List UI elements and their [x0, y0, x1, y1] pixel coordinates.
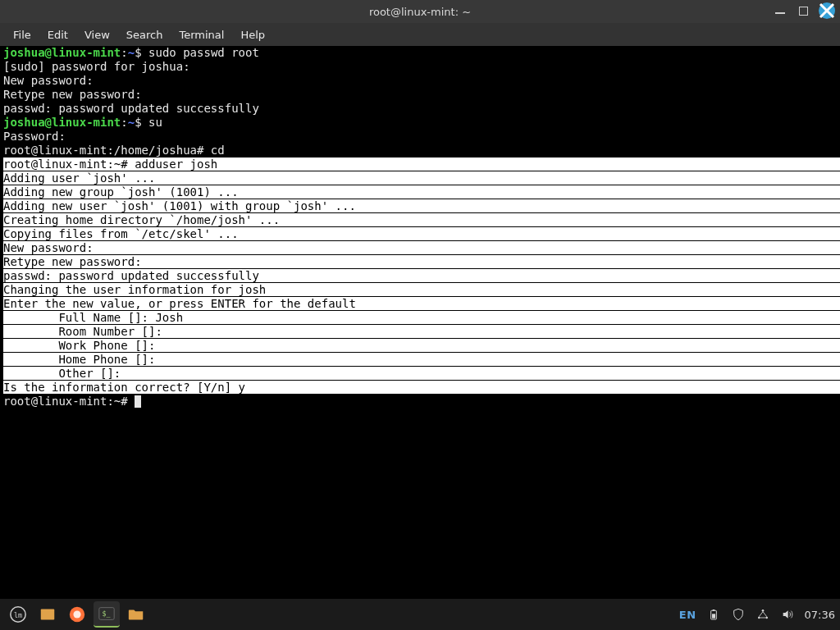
svg-rect-8 — [712, 609, 714, 610]
terminal-line: Full Name []: Josh — [3, 311, 840, 324]
terminal-line: [sudo] password for joshua: — [3, 60, 190, 73]
prompt-dollar: $ — [135, 46, 148, 59]
taskbar-left: lm $_ — [5, 601, 149, 628]
terminal-line: passwd: password updated successfully — [3, 102, 259, 115]
terminal-line: Work Phone []: — [3, 339, 840, 352]
files-launcher[interactable] — [123, 601, 149, 628]
window-title: root@linux-mint: ~ — [369, 6, 471, 18]
titlebar[interactable]: root@linux-mint: ~ — [0, 0, 840, 23]
terminal-line: Is the information correct? [Y/n] y — [3, 381, 840, 394]
terminal-line: Creating home directory `/home/josh' ... — [3, 213, 840, 226]
svg-point-4 — [73, 610, 80, 618]
prompt-user: joshua@linux-mint — [3, 116, 121, 129]
minimize-button[interactable] — [773, 3, 788, 18]
menu-view[interactable]: View — [76, 25, 118, 44]
terminal-line: passwd: password updated successfully — [3, 269, 840, 282]
terminal-viewport[interactable]: joshua@linux-mint:~$ sudo passwd root [s… — [0, 46, 840, 599]
taskbar: lm $_ EN 07:36 — [0, 599, 840, 630]
close-button[interactable] — [819, 2, 835, 19]
terminal-line: New password: — [3, 241, 840, 254]
volume-icon[interactable] — [780, 607, 795, 622]
terminal-line: Adding user `josh' ... — [3, 171, 840, 185]
battery-icon[interactable] — [706, 607, 721, 622]
terminal-line: Adding new group `josh' (1001) ... — [3, 185, 840, 199]
svg-point-10 — [761, 609, 764, 612]
terminal-line: root@linux-mint:/home/joshua# cd — [3, 144, 225, 157]
terminal-line: Room Number []: — [3, 325, 840, 338]
menu-edit[interactable]: Edit — [39, 25, 76, 44]
menu-help[interactable]: Help — [232, 25, 273, 44]
terminal-line: Home Phone []: — [3, 353, 840, 366]
svg-point-11 — [758, 617, 760, 619]
menu-search[interactable]: Search — [118, 25, 171, 44]
terminal-line: Retype new password: — [3, 88, 142, 101]
terminal-line: Copying files from `/etc/skel' ... — [3, 227, 840, 240]
terminal-line: Retype new password: — [3, 255, 840, 268]
prompt-user: joshua@linux-mint — [3, 46, 121, 59]
show-desktop-button[interactable] — [34, 601, 61, 628]
menu-terminal[interactable]: Terminal — [171, 25, 232, 44]
terminal-launcher[interactable]: $_ — [94, 601, 120, 628]
svg-text:$_: $_ — [103, 609, 111, 618]
prompt-sep: : — [121, 46, 127, 59]
selection-block: root@linux-mint:~# adduser josh Adding u… — [3, 158, 840, 394]
cmd-text: sudo passwd root — [148, 46, 259, 59]
cmd-text: su — [148, 116, 162, 129]
terminal-line: Changing the user information for josh — [3, 283, 840, 296]
terminal-line: root@linux-mint:~# adduser josh — [3, 158, 840, 171]
menu-file[interactable]: File — [5, 25, 39, 44]
maximize-button[interactable] — [796, 3, 810, 18]
prompt-sep: : — [121, 116, 127, 129]
start-menu-button[interactable]: lm — [5, 601, 31, 628]
svg-rect-2 — [41, 609, 55, 620]
keyboard-indicator[interactable]: EN — [679, 609, 696, 621]
terminal-line: root@linux-mint:~# — [3, 395, 135, 408]
terminal-window: root@linux-mint: ~ File Edit View Search… — [0, 0, 840, 599]
shield-icon[interactable] — [731, 607, 746, 622]
firefox-launcher[interactable] — [64, 601, 90, 628]
network-icon[interactable] — [756, 607, 770, 622]
window-controls — [773, 2, 835, 19]
cursor — [135, 395, 141, 408]
svg-text:lm: lm — [14, 611, 22, 619]
terminal-line: Enter the new value, or press ENTER for … — [3, 297, 840, 310]
taskbar-right: EN 07:36 — [679, 607, 835, 622]
menubar: File Edit View Search Terminal Help — [0, 23, 840, 46]
svg-rect-9 — [712, 614, 715, 618]
terminal-line: Adding new user `josh' (1001) with group… — [3, 199, 840, 212]
terminal-line: Other []: — [3, 367, 840, 380]
prompt-dollar: $ — [135, 116, 148, 129]
clock[interactable]: 07:36 — [805, 609, 835, 621]
svg-point-12 — [765, 617, 768, 619]
terminal-line: New password: — [3, 74, 94, 87]
prompt-path: ~ — [128, 46, 135, 59]
terminal-line: Password: — [3, 130, 66, 143]
prompt-path: ~ — [128, 116, 135, 129]
